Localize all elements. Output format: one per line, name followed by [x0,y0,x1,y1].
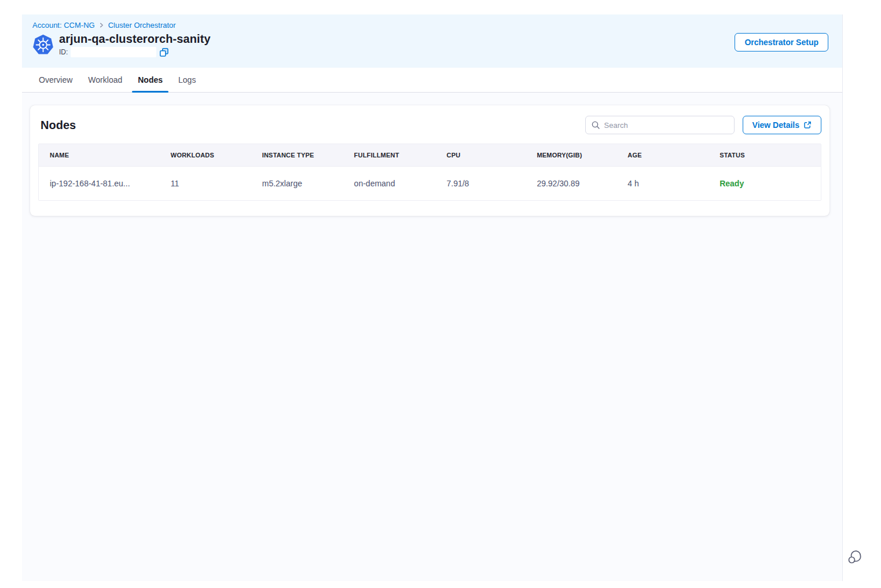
cluster-id-row: ID: [59,47,211,57]
cell-cpu: 7.91/8 [435,167,526,200]
search-box [585,116,735,134]
breadcrumb-account-link[interactable]: Account: CCM-NG [32,21,95,30]
table-row[interactable]: ip-192-168-41-81.eu... 11 m5.2xlarge on-… [39,166,821,200]
copy-icon[interactable] [159,47,170,57]
breadcrumb-section-link[interactable]: Cluster Orchestrator [108,21,176,30]
tab-overview[interactable]: Overview [38,68,74,92]
external-link-icon [803,121,812,129]
column-header-instance-type: INSTANCE TYPE [251,144,343,166]
tab-overview-label: Overview [39,75,72,84]
cluster-id-value [71,47,156,57]
cell-memory: 29.92/30.89 [526,167,616,200]
nodes-card-title: Nodes [41,119,76,132]
kubernetes-icon [32,34,54,56]
table-header-row: NAME WORKLOADS INSTANCE TYPE FULFILLMENT… [39,144,821,166]
nodes-card-header: Nodes View Details [38,116,821,134]
tab-nodes[interactable]: Nodes [137,68,164,92]
content-area: Nodes View Details [22,93,842,581]
header-left: Account: CCM-NG Cluster Orchestrator [32,21,211,57]
cluster-id-label: ID: [59,48,68,56]
title-block: arjun-qa-clusterorch-sanity ID: [59,32,211,57]
tab-nodes-label: Nodes [138,75,163,84]
view-details-button[interactable]: View Details [743,116,821,134]
orchestrator-setup-label: Orchestrator Setup [744,38,818,47]
tab-bar: Overview Workload Nodes Logs [22,68,842,93]
chat-icon[interactable] [846,548,864,565]
orchestrator-setup-button[interactable]: Orchestrator Setup [735,33,828,52]
cell-workloads: 11 [160,167,251,200]
cell-instance-type: m5.2xlarge [251,167,343,200]
column-header-cpu: CPU [435,144,526,166]
column-header-name: NAME [39,144,160,166]
column-header-age: AGE [616,144,709,166]
cell-age: 4 h [616,167,709,200]
tab-logs-label: Logs [178,75,196,84]
page-title: arjun-qa-clusterorch-sanity [59,32,211,46]
tab-workload-label: Workload [88,75,122,84]
status-badge: Ready [709,167,821,200]
nodes-card: Nodes View Details [30,105,829,216]
page-header: Account: CCM-NG Cluster Orchestrator [22,14,842,68]
tab-logs[interactable]: Logs [177,68,197,92]
search-input[interactable] [585,116,735,134]
search-icon [591,120,600,130]
card-header-tools: View Details [585,116,821,134]
chevron-right-icon [99,23,104,28]
column-header-workloads: WORKLOADS [160,144,251,166]
tab-workload[interactable]: Workload [87,68,123,92]
column-header-status: STATUS [709,144,821,166]
title-row: arjun-qa-clusterorch-sanity ID: [32,32,211,57]
column-header-fulfillment: FULFILLMENT [343,144,436,166]
cell-fulfillment: on-demand [343,167,436,200]
breadcrumb: Account: CCM-NG Cluster Orchestrator [32,21,211,30]
main-column: Account: CCM-NG Cluster Orchestrator [22,14,843,581]
view-details-label: View Details [752,120,799,130]
column-header-memory: MEMORY(GIB) [526,144,616,166]
nodes-table: NAME WORKLOADS INSTANCE TYPE FULFILLMENT… [38,144,821,201]
cell-node-name: ip-192-168-41-81.eu... [39,167,160,200]
